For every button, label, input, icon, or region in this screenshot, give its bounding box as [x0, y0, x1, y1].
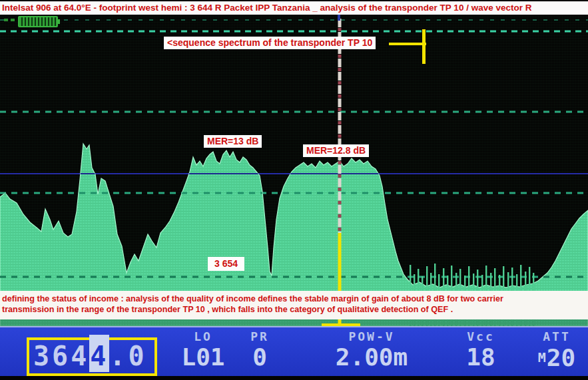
vcc-label: Vcc	[447, 330, 514, 343]
mer-label-left: MER=13 dB	[204, 135, 262, 148]
page-title: Intelsat 906 at 64.0°E - footprint west …	[2, 3, 531, 13]
status-column-att: ATT M20	[525, 330, 588, 371]
mer-label-right: MER=12.8 dB	[303, 144, 369, 157]
status-column-pr: PR 0	[236, 330, 283, 371]
pr-value: 0	[236, 344, 283, 371]
spectrum-display	[0, 15, 588, 326]
frequency-marker-label: 3 654	[208, 257, 244, 271]
pr-label: PR	[236, 330, 283, 343]
status-column-lo: LO L01	[166, 330, 240, 371]
frequency-value[interactable]: 3644.0	[33, 341, 147, 371]
frequency-cursor-digit: 4	[89, 335, 109, 372]
att-number: 20	[547, 344, 575, 371]
bottom-bezel	[0, 376, 588, 380]
pow-v-value: 2.00m	[315, 344, 428, 371]
sequence-marker-vbar	[422, 29, 426, 64]
analysis-commentary: defining the status of income : analysis…	[0, 291, 588, 319]
frequency-decimal: .0	[109, 341, 147, 371]
center-line-top-tick	[338, 15, 340, 21]
pow-v-label: POW-V	[315, 330, 428, 343]
commentary-line-2: transmission in the range of the transpo…	[2, 304, 588, 315]
status-column-vcc: Vcc 18	[447, 330, 514, 371]
lo-label: LO	[166, 330, 240, 343]
att-mode-prefix: M	[538, 349, 546, 365]
vcc-value: 18	[447, 344, 514, 371]
sequence-marker-hline	[389, 43, 426, 45]
commentary-line-1: defining the status of income : analysis…	[2, 293, 588, 304]
status-bar: 3644.0 LO L01 PR 0 POW-V 2.00m Vcc 18 AT…	[0, 326, 588, 376]
att-label: ATT	[525, 330, 588, 343]
att-value: M20	[525, 344, 588, 371]
frequency-readout[interactable]: 3644.0	[27, 337, 157, 376]
spectrum-plot	[0, 15, 588, 326]
battery-icon	[18, 16, 58, 27]
spectrum-analyzer-screen: Intelsat 906 at 64.0°E - footprint west …	[0, 0, 588, 380]
title-bar: Intelsat 906 at 64.0°E - footprint west …	[0, 0, 588, 15]
status-dot-icon	[4, 19, 8, 21]
lo-value: L01	[166, 344, 240, 371]
status-dot-icon	[11, 19, 15, 21]
frequency-digits: 364	[33, 341, 89, 371]
sequence-annotation: <sequence spectrum of the transponder TP…	[164, 37, 376, 49]
status-column-pow-v: POW-V 2.00m	[315, 330, 428, 371]
